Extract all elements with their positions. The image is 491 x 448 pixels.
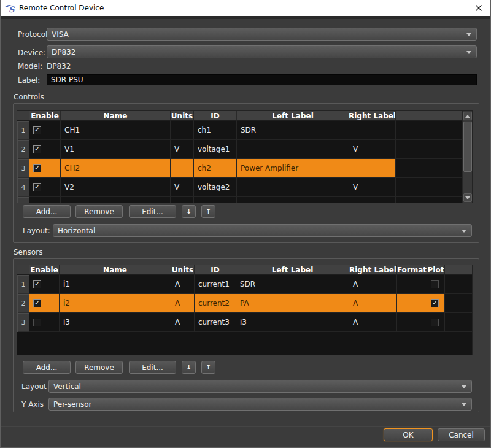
cell-enable[interactable]: ✓ xyxy=(29,275,60,294)
scrollbar-thumb[interactable] xyxy=(463,122,472,172)
enable-checkbox[interactable]: ✓ xyxy=(33,164,41,172)
column-header-enable[interactable]: Enable xyxy=(29,111,61,121)
vertical-scrollbar[interactable] xyxy=(462,111,472,203)
cell-enable[interactable]: ✓ xyxy=(29,178,61,197)
cell-units[interactable]: A xyxy=(171,275,195,294)
cell-enable[interactable]: ✓ xyxy=(29,159,61,178)
cell-units[interactable] xyxy=(171,159,194,178)
sensors-remove-button[interactable]: Remove xyxy=(75,361,123,374)
table-row[interactable]: 1✓i1Acurrent1SDRA xyxy=(17,275,472,294)
sensors-move-down-button[interactable]: ↓ xyxy=(182,361,196,374)
enable-checkbox[interactable]: ✓ xyxy=(33,280,41,288)
row-number[interactable]: 1 xyxy=(17,275,29,294)
cell-enable[interactable]: ✓ xyxy=(29,197,61,203)
cell-right-label[interactable]: A xyxy=(349,313,397,332)
cell-enable[interactable]: ✓ xyxy=(29,140,61,159)
table-row[interactable]: 5✓ xyxy=(17,197,472,203)
column-header-units[interactable]: Units xyxy=(171,111,194,121)
cancel-button[interactable]: Cancel xyxy=(438,428,485,441)
enable-checkbox[interactable]: ✓ xyxy=(33,203,41,204)
column-header-enable[interactable]: Enable xyxy=(29,265,60,275)
cell-right-label[interactable] xyxy=(349,121,396,140)
cell-right-label[interactable] xyxy=(349,197,396,203)
cell-id[interactable]: current2 xyxy=(195,294,236,313)
plot-checkbox[interactable]: ✓ xyxy=(431,299,439,307)
cell-id[interactable] xyxy=(194,197,237,203)
cell-units[interactable]: A xyxy=(171,313,195,332)
cell-enable[interactable]: ✓ xyxy=(29,294,60,313)
row-number[interactable]: 1 xyxy=(17,121,29,140)
cell-id[interactable]: current3 xyxy=(195,313,236,332)
cell-right-label[interactable] xyxy=(349,159,396,178)
controls-edit-button[interactable]: Edit... xyxy=(129,205,176,218)
cell-units[interactable] xyxy=(171,121,194,140)
controls-add-button[interactable]: Add... xyxy=(23,205,71,218)
column-header-id[interactable]: ID xyxy=(195,265,236,275)
cell-plot[interactable] xyxy=(427,275,445,294)
controls-move-up-button[interactable]: ↑ xyxy=(201,205,215,218)
row-number[interactable]: 5 xyxy=(17,197,29,203)
table-row[interactable]: 2✓i2Acurrent2PAA✓ xyxy=(17,294,472,313)
cell-name[interactable] xyxy=(61,197,171,203)
column-header-id[interactable]: ID xyxy=(194,111,237,121)
cell-id[interactable]: ch1 xyxy=(194,121,237,140)
close-icon[interactable] xyxy=(473,2,485,14)
cell-left-label[interactable] xyxy=(237,197,349,203)
ok-button[interactable]: OK xyxy=(384,428,433,441)
controls-move-down-button[interactable]: ↓ xyxy=(182,205,196,218)
row-number[interactable]: 2 xyxy=(17,294,29,313)
cell-id[interactable]: ch2 xyxy=(194,159,237,178)
scrollbar-up-button[interactable] xyxy=(463,112,472,120)
column-header-plot[interactable]: Plot xyxy=(427,265,445,275)
cell-name[interactable]: CH1 xyxy=(61,121,171,140)
enable-checkbox[interactable] xyxy=(33,319,41,326)
enable-checkbox[interactable]: ✓ xyxy=(33,126,41,134)
enable-checkbox[interactable]: ✓ xyxy=(33,145,41,153)
cell-name[interactable]: i1 xyxy=(60,275,171,294)
column-header-units[interactable]: Units xyxy=(171,265,195,275)
title-bar[interactable]: S Remote Control Device xyxy=(1,0,490,16)
controls-layout-select[interactable]: Horizontal xyxy=(53,224,472,237)
column-header-format[interactable]: Format xyxy=(397,265,427,275)
column-header-right-label[interactable]: Right Label xyxy=(349,111,396,121)
cell-name[interactable]: V1 xyxy=(61,140,171,159)
cell-name[interactable]: CH2 xyxy=(61,159,171,178)
column-header-left-label[interactable]: Left Label xyxy=(236,265,349,275)
cell-left-label[interactable]: i3 xyxy=(236,313,349,332)
protocol-select[interactable]: VISA xyxy=(47,28,477,41)
column-header-name[interactable]: Name xyxy=(61,111,171,121)
cell-id[interactable]: current1 xyxy=(195,275,236,294)
column-header-right-label[interactable]: Right Label xyxy=(349,265,397,275)
label-input[interactable] xyxy=(47,74,477,85)
cell-left-label[interactable]: PA xyxy=(236,294,349,313)
cell-plot[interactable] xyxy=(427,313,445,332)
row-number[interactable]: 2 xyxy=(17,140,29,159)
row-number[interactable]: 4 xyxy=(17,178,29,197)
cell-enable[interactable] xyxy=(29,313,60,332)
cell-enable[interactable]: ✓ xyxy=(29,121,61,140)
scrollbar-down-button[interactable] xyxy=(463,193,472,202)
enable-checkbox[interactable]: ✓ xyxy=(33,183,41,191)
cell-units[interactable] xyxy=(171,197,194,203)
cell-right-label[interactable]: V xyxy=(349,178,396,197)
cell-format[interactable] xyxy=(397,313,427,332)
device-select[interactable]: DP832 xyxy=(47,45,477,58)
cell-right-label[interactable]: V xyxy=(349,140,396,159)
enable-checkbox[interactable]: ✓ xyxy=(33,299,41,307)
table-row[interactable]: 3i3Acurrent3i3A xyxy=(17,313,472,332)
cell-right-label[interactable]: A xyxy=(349,294,397,313)
cell-left-label[interactable]: SDR xyxy=(236,275,349,294)
table-row[interactable]: 3✓CH2ch2Power Amplifier xyxy=(17,159,472,178)
cell-units[interactable]: V xyxy=(171,178,194,197)
cell-name[interactable]: i2 xyxy=(60,294,171,313)
cell-left-label[interactable]: SDR xyxy=(237,121,349,140)
column-header-left-label[interactable]: Left Label xyxy=(237,111,349,121)
y-axis-select[interactable]: Per-sensor xyxy=(48,398,472,411)
cell-left-label[interactable] xyxy=(237,140,349,159)
row-number[interactable]: 3 xyxy=(17,313,29,332)
cell-format[interactable] xyxy=(397,275,427,294)
cell-left-label[interactable] xyxy=(237,178,349,197)
cell-name[interactable]: V2 xyxy=(61,178,171,197)
column-header-name[interactable]: Name xyxy=(60,265,171,275)
plot-checkbox[interactable] xyxy=(431,319,439,326)
